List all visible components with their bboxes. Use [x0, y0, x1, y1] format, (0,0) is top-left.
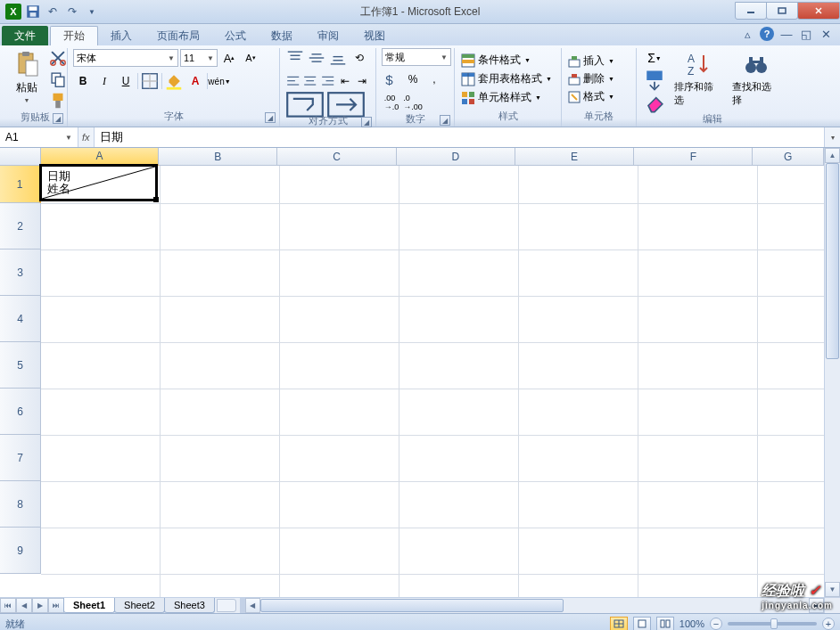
fill-button[interactable] [642, 70, 667, 90]
underline-button[interactable]: U [116, 71, 136, 91]
align-center-button[interactable] [302, 71, 317, 91]
select-all-corner[interactable] [0, 148, 41, 166]
conditional-format-button[interactable]: 条件格式▼ [460, 53, 556, 69]
scroll-up-button[interactable]: ▲ [825, 148, 840, 163]
clear-button[interactable] [642, 93, 667, 112]
tab-nav-next[interactable]: ▶ [32, 598, 48, 613]
column-header[interactable]: D [397, 148, 515, 166]
sheet-tab-3[interactable]: Sheet3 [164, 598, 215, 613]
align-bottom-button[interactable] [328, 48, 348, 68]
delete-cells-button[interactable]: 删除▼ [567, 71, 630, 86]
vscroll-thumb[interactable] [826, 163, 839, 359]
normal-view-button[interactable] [610, 617, 628, 630]
qat-dropdown[interactable]: ▼ [84, 4, 100, 20]
minimize-button[interactable] [735, 2, 767, 20]
cut-button[interactable] [48, 48, 68, 68]
undo-button[interactable]: ↶ [45, 4, 61, 20]
insert-cells-button[interactable]: 插入▼ [567, 53, 630, 69]
help-button[interactable]: ? [760, 27, 774, 41]
column-header[interactable]: A [41, 148, 159, 166]
hscroll-track[interactable]: ◀ ▶ [245, 598, 824, 613]
row-header[interactable]: 4 [0, 296, 41, 342]
redo-button[interactable]: ↷ [64, 4, 80, 20]
sort-filter-button[interactable]: AZ 排序和筛选 [671, 48, 725, 112]
row-header[interactable]: 3 [0, 250, 41, 296]
minimize-ribbon-button[interactable]: ▵ [740, 27, 754, 41]
page-layout-view-button[interactable] [633, 617, 651, 630]
number-format-combo[interactable]: 常规▼ [382, 48, 451, 66]
selected-cell[interactable]: 日期 姓名 [39, 164, 158, 201]
border-button[interactable] [140, 71, 160, 91]
orientation-button[interactable]: ⟲ [350, 48, 369, 68]
sheet-tab-2[interactable]: Sheet2 [114, 598, 165, 613]
zoom-thumb[interactable] [770, 618, 778, 629]
name-box[interactable]: A1▼ [0, 127, 78, 147]
formula-input[interactable]: 日期 [94, 127, 824, 147]
column-header[interactable]: C [277, 148, 396, 166]
number-dialog-launcher[interactable]: ◢ [440, 115, 450, 126]
tab-view[interactable]: 视图 [351, 26, 398, 45]
scroll-left-button[interactable]: ◀ [245, 598, 260, 613]
close-button[interactable] [797, 2, 840, 20]
align-middle-button[interactable] [307, 48, 326, 68]
column-header[interactable]: G [753, 148, 824, 166]
tab-nav-prev[interactable]: ◀ [16, 598, 32, 613]
cell-grid[interactable]: 日期 姓名 [41, 166, 824, 597]
format-cells-button[interactable]: 格式▼ [567, 89, 630, 104]
paste-button[interactable]: 粘贴 ▼ [9, 48, 45, 110]
column-header[interactable]: E [515, 148, 634, 166]
new-sheet-button[interactable] [217, 599, 236, 612]
zoom-out-button[interactable]: − [710, 618, 722, 630]
vertical-scrollbar[interactable]: ▲ ▼ [824, 148, 840, 597]
hscroll-thumb[interactable] [260, 599, 564, 612]
row-header[interactable]: 7 [0, 435, 41, 481]
italic-button[interactable]: I [95, 71, 114, 91]
row-header[interactable]: 9 [0, 528, 41, 574]
row-header[interactable]: 8 [0, 481, 41, 528]
align-left-button[interactable] [285, 71, 301, 91]
increase-font-button[interactable]: A▴ [219, 48, 239, 68]
increase-indent-button[interactable]: ⇥ [355, 71, 370, 91]
expand-formula-bar[interactable]: ▾ [824, 127, 840, 147]
find-select-button[interactable]: 查找和选择 [729, 48, 783, 112]
tab-nav-first[interactable]: ⏮ [0, 598, 16, 613]
align-top-button[interactable] [285, 48, 305, 68]
zoom-level[interactable]: 100% [679, 618, 704, 629]
alignment-dialog-launcher[interactable]: ◢ [361, 117, 372, 127]
percent-button[interactable]: % [403, 70, 423, 89]
column-header[interactable]: F [634, 148, 753, 166]
mdi-restore-button[interactable]: ◱ [799, 27, 813, 41]
maximize-button[interactable] [766, 2, 798, 20]
wrap-text-button[interactable] [285, 94, 325, 114]
tab-data[interactable]: 数据 [259, 26, 305, 45]
zoom-slider[interactable] [728, 622, 817, 626]
tab-insert[interactable]: 插入 [98, 26, 144, 45]
file-tab[interactable]: 文件 [2, 26, 48, 45]
table-format-button[interactable]: 套用表格格式▼ [460, 71, 556, 87]
row-header[interactable]: 6 [0, 389, 41, 435]
tab-nav-last[interactable]: ⏭ [48, 598, 64, 613]
autosum-button[interactable]: Σ▼ [642, 48, 667, 68]
fill-handle[interactable] [153, 197, 159, 202]
copy-button[interactable] [48, 70, 68, 89]
accounting-button[interactable]: $ [382, 70, 401, 89]
tab-home[interactable]: 开始 [50, 26, 98, 45]
save-button[interactable] [25, 4, 41, 20]
mdi-close-button[interactable]: ✕ [819, 27, 833, 41]
cell-styles-button[interactable]: 单元格样式▼ [460, 90, 556, 106]
format-painter-button[interactable] [48, 91, 68, 110]
font-size-combo[interactable]: 11▼ [180, 49, 218, 67]
fill-color-button[interactable] [164, 71, 184, 91]
font-color-button[interactable]: A [185, 71, 205, 91]
comma-button[interactable]: , [424, 70, 444, 89]
bold-button[interactable]: B [73, 71, 93, 91]
row-header[interactable]: 2 [0, 203, 41, 250]
sheet-tab-1[interactable]: Sheet1 [63, 598, 115, 613]
increase-decimal-button[interactable]: .00→.0 [382, 93, 401, 112]
merge-button[interactable] [326, 94, 366, 114]
font-dialog-launcher[interactable]: ◢ [265, 112, 276, 123]
tab-review[interactable]: 审阅 [305, 26, 351, 45]
page-break-view-button[interactable] [656, 617, 674, 630]
column-header[interactable]: B [159, 148, 277, 166]
font-name-combo[interactable]: 宋体▼ [73, 49, 178, 67]
